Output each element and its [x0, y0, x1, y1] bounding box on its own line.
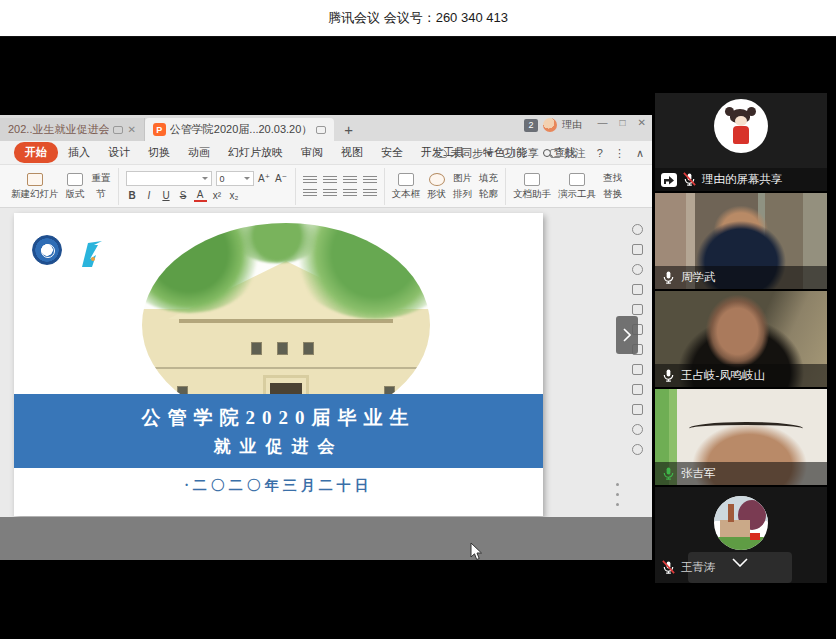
play-icon[interactable]: [632, 424, 643, 435]
share-button[interactable]: 分享: [503, 146, 539, 161]
replace-button[interactable]: 替换: [603, 188, 622, 201]
font-size-combo[interactable]: 0: [216, 171, 254, 186]
desktop-strip: [0, 517, 652, 560]
presentation-tools-button[interactable]: 演示工具: [558, 173, 596, 201]
arrange-button[interactable]: 排列: [453, 188, 472, 201]
doc-tab-2[interactable]: P 公管学院2020届...20.03.20）: [145, 118, 334, 141]
font-name-combo[interactable]: [126, 171, 212, 186]
editing-area: 公管学院2020届毕业生 就业促进会 ·二〇二〇年三月二十日: [0, 208, 652, 517]
expand-pane-handle[interactable]: [616, 316, 638, 354]
shapes-icon: [429, 173, 445, 186]
collapse-ribbon-button[interactable]: ∧: [636, 147, 644, 160]
splitter-handle[interactable]: [616, 483, 619, 506]
close-tab-icon[interactable]: ✕: [127, 124, 135, 135]
menu-tab-slideshow[interactable]: 幻灯片放映: [220, 142, 291, 163]
align-right-icon[interactable]: [343, 189, 357, 198]
textbox-button[interactable]: 文本框: [392, 173, 421, 201]
meeting-title-bar: 腾讯会议 会议号：260 340 413: [0, 0, 836, 37]
outline-button[interactable]: 轮廓: [479, 188, 498, 201]
section-button[interactable]: 节: [92, 188, 111, 201]
participant-label: 理由的屏幕共享: [655, 168, 827, 191]
bold-button[interactable]: B: [126, 190, 139, 201]
image-icon[interactable]: [632, 384, 643, 395]
export-icon[interactable]: [632, 364, 643, 375]
new-tab-button[interactable]: +: [334, 121, 363, 141]
new-slide-icon: [27, 173, 43, 186]
shapes-button[interactable]: 形状: [427, 173, 446, 201]
ribbon-toolbar: 新建幻灯片 版式 重置 节: [0, 165, 652, 208]
paragraph-group: [296, 168, 385, 205]
pin-icon[interactable]: [316, 126, 326, 134]
align-center-icon[interactable]: [323, 189, 337, 198]
menu-tab-insert[interactable]: 插入: [60, 142, 98, 163]
participant-tile-video[interactable]: 王占岐-凤鸣岐山: [655, 291, 827, 387]
shrink-font-button[interactable]: A⁻: [275, 173, 288, 184]
bullets-icon[interactable]: [303, 176, 317, 185]
profile-icon[interactable]: [632, 264, 643, 275]
reset-button[interactable]: 重置: [92, 172, 111, 185]
indent-decrease-icon[interactable]: [343, 176, 357, 185]
participant-tile-video[interactable]: 周学武: [655, 193, 827, 289]
chevron-down-icon: [202, 177, 208, 180]
pin-icon[interactable]: [113, 126, 123, 134]
menu-tab-view[interactable]: 视图: [333, 142, 371, 163]
university-emblem-logo: [32, 235, 62, 265]
participant-tile-video[interactable]: 张吉军: [655, 389, 827, 485]
menu-tab-design[interactable]: 设计: [100, 142, 138, 163]
doc-assistant-button[interactable]: 文档助手: [513, 173, 551, 201]
menu-tab-review[interactable]: 审阅: [293, 142, 331, 163]
strikethrough-button[interactable]: S: [177, 190, 190, 201]
font-color-button[interactable]: A: [194, 189, 207, 202]
avatar[interactable]: [543, 118, 557, 132]
menu-tab-transition[interactable]: 切换: [140, 142, 178, 163]
sync-status-button[interactable]: 未同步 ▾: [436, 146, 492, 161]
insert-group: 文本框 形状 图片 排列 填充 轮廓: [385, 168, 507, 205]
chevron-down-icon: [244, 177, 250, 180]
picture-button[interactable]: 图片: [453, 172, 472, 185]
new-slide-button[interactable]: 新建幻灯片: [11, 173, 59, 201]
title-banner: 公管学院2020届毕业生 就业促进会: [14, 394, 543, 468]
participant-label: 王占岐-凤鸣岐山: [655, 364, 827, 387]
grid-icon[interactable]: [632, 304, 643, 315]
screen-share-icon: [661, 173, 677, 187]
avatar: [714, 496, 768, 550]
screen: 腾讯会议 会议号：260 340 413 202..业生就业促进会 ✕ P 公管…: [0, 0, 836, 639]
send-icon[interactable]: [632, 284, 643, 295]
find-button[interactable]: 查找: [603, 172, 622, 185]
layout-button[interactable]: 版式: [66, 173, 85, 201]
help-button[interactable]: ?: [597, 147, 603, 159]
numbering-icon[interactable]: [323, 176, 337, 185]
slide-canvas[interactable]: 公管学院2020届毕业生 就业促进会 ·二〇二〇年三月二十日: [14, 213, 543, 516]
underline-button[interactable]: U: [160, 190, 173, 201]
mic-on-icon: [661, 368, 676, 383]
history-icon[interactable]: [632, 444, 643, 455]
notification-badge[interactable]: 2: [524, 119, 538, 132]
indent-increase-icon[interactable]: [363, 176, 377, 185]
close-button[interactable]: ✕: [638, 117, 646, 128]
settings-icon[interactable]: [632, 224, 643, 235]
menu-tab-home[interactable]: 开始: [14, 142, 58, 163]
line-spacing-icon[interactable]: [363, 189, 377, 198]
comment-button[interactable]: 批注: [550, 146, 586, 161]
sound-icon[interactable]: [632, 404, 643, 415]
subscript-button[interactable]: x₂: [228, 190, 241, 201]
grow-font-button[interactable]: A⁺: [258, 173, 271, 184]
italic-button[interactable]: I: [143, 190, 156, 201]
mic-muted-icon: [661, 560, 676, 575]
superscript-button[interactable]: x²: [211, 190, 224, 201]
menu-tab-security[interactable]: 安全: [373, 142, 411, 163]
layout-icon: [67, 173, 83, 186]
fill-button[interactable]: 填充: [479, 172, 498, 185]
doc-tab-1[interactable]: 202..业生就业促进会 ✕: [0, 118, 145, 141]
more-button[interactable]: ⋮: [614, 147, 625, 160]
minimize-button[interactable]: —: [598, 117, 608, 128]
maximize-button[interactable]: □: [620, 117, 626, 128]
presentation-tools-icon: [569, 173, 585, 186]
menu-tab-animation[interactable]: 动画: [180, 142, 218, 163]
textbox-icon: [398, 173, 414, 186]
copy-icon[interactable]: [632, 244, 643, 255]
align-left-icon[interactable]: [303, 189, 317, 198]
school-logo: [72, 237, 108, 275]
meeting-id-text: 腾讯会议 会议号：260 340 413: [328, 9, 508, 27]
participant-tile-sharing[interactable]: 理由的屏幕共享: [655, 93, 827, 191]
